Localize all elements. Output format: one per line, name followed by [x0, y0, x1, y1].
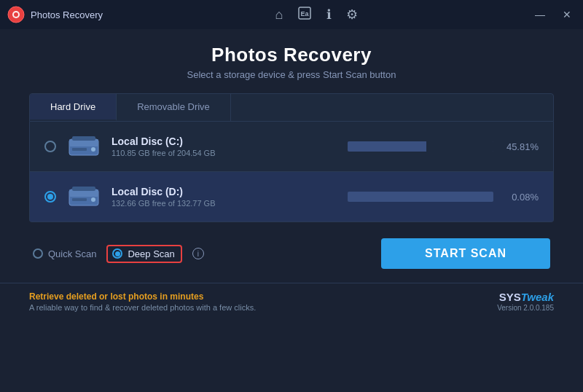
brand-wrap: SYSTweak Version 2.0.0.185 [497, 291, 554, 312]
drive-bar-used-c [348, 141, 426, 152]
brand-version: Version 2.0.0.185 [497, 304, 554, 312]
drive-bar-bg-d [348, 192, 493, 202]
minimize-button[interactable]: — [531, 7, 549, 22]
tab-removable-drive[interactable]: Removable Drive [117, 94, 231, 121]
scan-info-icon[interactable]: i [192, 248, 204, 259]
quick-scan-option[interactable]: Quick Scan [33, 248, 96, 259]
tab-bar: Hard Drive Removable Drive [29, 93, 554, 122]
footer-subtext: A reliable way to find & recover deleted… [29, 303, 256, 312]
drive-bar-used-d [348, 192, 493, 202]
close-button[interactable]: ✕ [558, 7, 576, 22]
drive-item-c[interactable]: Local Disc (C:) 110.85 GB free of 204.54… [30, 122, 553, 172]
radio-deep-scan-inner [115, 251, 120, 256]
title-bar-controls: — ✕ [531, 7, 576, 22]
drive-percent-c: 45.81% [502, 141, 539, 152]
drive-icon-d [68, 184, 100, 210]
radio-deep-scan[interactable] [112, 248, 122, 259]
drive-item-d[interactable]: Local Disc (D:) 132.66 GB free of 132.77… [30, 172, 553, 222]
drive-bar-d: 0.08% [348, 192, 539, 203]
drive-icon-c [68, 133, 100, 160]
ea-svg: Ea [297, 6, 312, 20]
svg-point-13 [91, 197, 95, 202]
radio-c[interactable] [44, 141, 56, 152]
main-content: Photos Recovery Select a storage device … [0, 29, 583, 280]
page-title: Photos Recovery [29, 44, 554, 66]
title-bar-title: Photos Recovery [31, 9, 103, 20]
settings-icon[interactable]: ⚙ [346, 7, 358, 23]
svg-rect-12 [72, 187, 95, 191]
brand-logo: SYSTweak [497, 291, 554, 304]
app-icon [7, 6, 25, 23]
tab-hard-drive[interactable]: Hard Drive [30, 94, 117, 121]
title-bar: Photos Recovery ⌂ Ea ℹ ⚙ — ✕ [0, 0, 583, 29]
drive-name-d: Local Disc (D:) [111, 186, 336, 197]
radio-d[interactable] [44, 191, 56, 203]
scan-options: Quick Scan Deep Scan i [33, 245, 368, 263]
drive-bar-free-c [426, 141, 493, 152]
radio-quick-scan[interactable] [33, 248, 43, 259]
drive-bar-bg-c [348, 141, 493, 152]
svg-rect-9 [72, 148, 87, 151]
quick-scan-label: Quick Scan [48, 248, 96, 259]
deep-scan-option[interactable]: Deep Scan [106, 245, 181, 263]
start-scan-button[interactable]: START SCAN [381, 238, 550, 269]
footer-headline: Retrieve deleted or lost photos in minut… [29, 291, 256, 302]
brand-sys: SYS [499, 291, 521, 303]
svg-text:Ea: Ea [301, 10, 310, 17]
home-icon[interactable]: ⌂ [275, 7, 283, 23]
drive-bar-c: 45.81% [348, 141, 539, 152]
page-header: Photos Recovery Select a storage device … [29, 44, 554, 80]
title-bar-left: Photos Recovery [7, 6, 103, 23]
drive-size-d: 132.66 GB free of 132.77 GB [111, 199, 336, 208]
svg-point-8 [91, 147, 95, 152]
drive-info-c: Local Disc (C:) 110.85 GB free of 204.54… [111, 136, 336, 157]
footer-text: Retrieve deleted or lost photos in minut… [29, 291, 256, 312]
drive-size-c: 110.85 GB free of 204.54 GB [111, 149, 336, 157]
brand-tweak: Tweak [521, 291, 554, 303]
drive-info-d: Local Disc (D:) 132.66 GB free of 132.77… [111, 186, 336, 208]
svg-rect-14 [72, 198, 87, 201]
bottom-bar: Quick Scan Deep Scan i START SCAN [29, 238, 554, 269]
svg-point-2 [14, 12, 18, 17]
info-icon[interactable]: ℹ [326, 7, 332, 23]
drive-name-c: Local Disc (C:) [111, 136, 336, 147]
ea-icon[interactable]: Ea [297, 6, 312, 24]
drive-percent-d: 0.08% [502, 192, 539, 203]
deep-scan-label: Deep Scan [128, 248, 174, 259]
svg-rect-7 [72, 136, 95, 141]
page-subtitle: Select a storage device & press Start Sc… [29, 69, 554, 80]
footer-bar: Retrieve deleted or lost photos in minut… [0, 283, 583, 318]
drive-list: Local Disc (C:) 110.85 GB free of 204.54… [29, 122, 554, 222]
radio-inner-d [47, 194, 53, 200]
title-bar-nav: ⌂ Ea ℹ ⚙ [275, 6, 359, 24]
